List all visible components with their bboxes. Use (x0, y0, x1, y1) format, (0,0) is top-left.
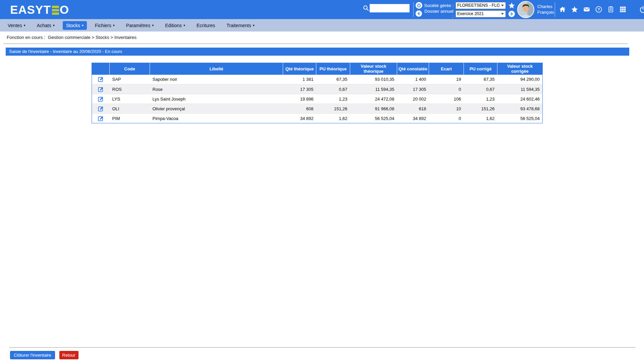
edit-row-icon[interactable] (98, 76, 104, 82)
table-cell: ROS (110, 84, 150, 94)
table-cell: 106 (429, 94, 464, 104)
user-avatar[interactable] (517, 1, 534, 18)
favorite-star-icon[interactable] (508, 2, 515, 9)
inventory-table-head: CodeLibelléQté théoriquePU théoriqueVale… (92, 63, 543, 75)
table-cell: 1 381 (283, 75, 316, 84)
star-icon[interactable] (571, 6, 578, 13)
menu-item-label: Achats (37, 23, 51, 28)
table-cell: 1,62 (464, 114, 497, 123)
table-cell: 17 305 (283, 84, 316, 94)
help-icon[interactable]: ? (595, 6, 602, 13)
inventory-table-wrap: CodeLibelléQté théoriquePU théoriqueVale… (92, 63, 543, 123)
table-cell: 34 892 (283, 114, 316, 123)
table-cell: 1,23 (316, 94, 350, 104)
chevron-down-icon: ▾ (24, 24, 25, 27)
edit-row-icon[interactable] (98, 96, 104, 102)
menu-item-stocks[interactable]: Stocks▾ (63, 21, 87, 30)
table-cell: 93 010,35 (350, 75, 397, 84)
search-icon (363, 5, 369, 12)
home-icon[interactable] (559, 6, 566, 13)
footer-divider (9, 347, 635, 348)
company-home-icon[interactable] (415, 2, 423, 9)
menu-item-label: Ventes (8, 23, 22, 28)
column-header (92, 63, 110, 75)
table-cell: Rose (150, 84, 283, 94)
table-cell: 94 290,00 (497, 75, 543, 84)
table-cell: 20 002 (397, 94, 429, 104)
company-row: Société gérée : FLOREETSENS - FLOR (415, 1, 515, 9)
inventory-table: CodeLibelléQté théoriquePU théoriqueVale… (92, 63, 543, 123)
column-header: Libellé (150, 63, 283, 75)
fiscal-year-select[interactable]: Exercice 2021 (455, 10, 506, 17)
table-cell: 67,35 (464, 75, 497, 84)
table-cell: 608 (283, 104, 316, 114)
table-cell: 17 305 (397, 84, 429, 94)
table-cell: Lys Saint Joseph (150, 94, 283, 104)
menu-item-paramètres[interactable]: Paramètres▾ (123, 21, 157, 30)
menu-item-achats[interactable]: Achats▾ (34, 21, 58, 30)
chevron-down-icon: ▾ (253, 24, 255, 27)
next-year-icon[interactable] (508, 10, 515, 17)
table-cell: 19 (429, 75, 464, 84)
chevron-down-icon: ▾ (152, 24, 154, 27)
column-header: PU théorique (316, 63, 350, 75)
global-search-input[interactable] (370, 4, 410, 12)
app-logo[interactable]: EASYT O (10, 3, 69, 16)
app-window: EASYT O Société gérée : FLOREETSENS - FL… (0, 0, 644, 362)
top-header: EASYT O Société gérée : FLOREETSENS - FL… (0, 0, 644, 19)
table-cell: PIM (110, 114, 150, 123)
power-icon[interactable] (639, 6, 644, 13)
menu-item-ventes[interactable]: Ventes▾ (4, 21, 29, 30)
chevron-down-icon: ▾ (113, 24, 115, 27)
table-cell: 34 892 (397, 114, 429, 123)
menu-item-label: Traitements (226, 23, 251, 28)
logo-text-left: EASYT (10, 3, 51, 16)
close-inventory-button[interactable]: Clôturer l'inventaire (10, 351, 55, 359)
company-select[interactable]: FLOREETSENS - FLOR (455, 2, 506, 9)
table-cell: 11 594,35 (350, 84, 397, 94)
back-button[interactable]: Retour (59, 351, 78, 359)
table-cell: 93 478,68 (497, 104, 543, 114)
menu-item-fichiers[interactable]: Fichiers▾ (92, 21, 118, 30)
mail-icon[interactable] (583, 6, 590, 13)
table-cell: OLI (110, 104, 150, 114)
edit-row-icon[interactable] (98, 116, 104, 121)
column-header: Qté théorique (283, 63, 316, 75)
column-header: Code (110, 63, 150, 75)
user-name[interactable]: Charles François (537, 4, 554, 15)
menu-item-label: Ecritures (197, 23, 215, 28)
table-row: OLIOlivier provençal608151,2691 966,0861… (92, 104, 543, 114)
table-cell: 56 525,04 (350, 114, 397, 123)
table-cell: 1,62 (316, 114, 350, 123)
column-header: Valeur stock théorique (350, 63, 397, 75)
menu-item-editions[interactable]: Editions▾ (162, 21, 189, 30)
chevron-down-icon: ▾ (183, 24, 185, 27)
menu-item-label: Stocks (66, 23, 80, 28)
row-edit-cell (92, 75, 110, 84)
notes-icon[interactable] (607, 6, 614, 13)
previous-year-icon[interactable] (415, 10, 423, 17)
table-cell: 618 (397, 104, 429, 114)
table-cell: 151,26 (316, 104, 350, 114)
fiscal-year-row: Dossier annuel : Exercice 2021 (415, 10, 515, 18)
logo-e-icon (52, 6, 59, 15)
apps-grid-icon[interactable] (619, 6, 627, 13)
table-cell: SAP (110, 75, 150, 84)
footer-buttons: Clôturer l'inventaire Retour (10, 351, 78, 359)
fiscal-year-label: Dossier annuel : (423, 9, 453, 19)
quick-icons: ? (559, 6, 644, 13)
header-row: CodeLibelléQté théoriquePU théoriqueVale… (92, 63, 543, 75)
chevron-down-icon: ▾ (53, 24, 55, 27)
header-divider (413, 2, 414, 17)
edit-row-icon[interactable] (98, 106, 104, 112)
menu-item-traitements[interactable]: Traitements▾ (223, 21, 258, 30)
table-row: LYSLys Saint Joseph19 8961,2324 472,0820… (92, 94, 543, 104)
table-cell: 0,67 (464, 84, 497, 94)
page-title: Saisie de l'inventaire - Inventaire au 2… (6, 48, 629, 56)
breadcrumb-prefix: Fonction en cours : (7, 35, 45, 40)
menu-item-ecritures[interactable]: Ecritures (193, 21, 218, 30)
user-last-name: François (537, 9, 554, 15)
breadcrumb-divider (3, 44, 628, 44)
edit-row-icon[interactable] (98, 86, 104, 92)
table-cell: Olivier provençal (150, 104, 283, 114)
